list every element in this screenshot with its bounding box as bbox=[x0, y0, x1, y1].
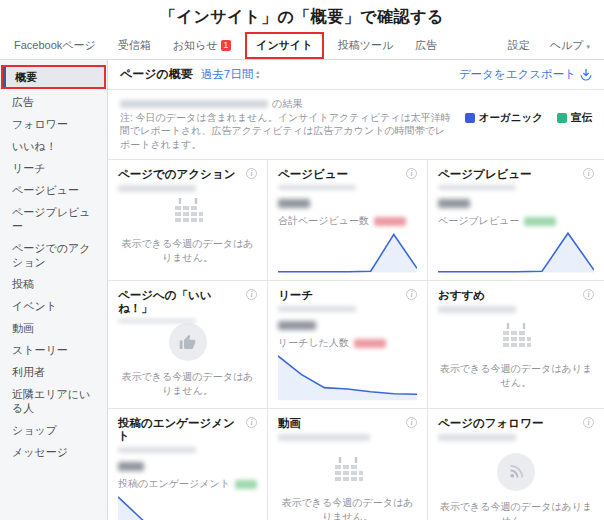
empty-message: 表示できる今週のデータはありません。 bbox=[118, 237, 257, 265]
note-result-suffix: の結果 bbox=[272, 98, 302, 109]
card-page-views[interactable]: ページビューi 合計ページビュー数 bbox=[268, 160, 427, 280]
sidebar-item-posts[interactable]: 投稿 bbox=[0, 273, 107, 295]
card-title: ページでのアクション bbox=[118, 168, 235, 181]
metric-label: 合計ページビュー数 bbox=[278, 214, 369, 228]
nav-item-inbox[interactable]: 受信箱 bbox=[118, 38, 151, 53]
blurred-metric-value bbox=[278, 199, 310, 208]
card-post-engagement[interactable]: 投稿のエンゲージメントi 投稿のエンゲージメント bbox=[108, 409, 267, 520]
sidebar-item-likes[interactable]: いいね！ bbox=[0, 135, 107, 157]
sidebar-item-actions-on-page[interactable]: ページでのアクション bbox=[0, 237, 107, 273]
sidebar-item-page-views[interactable]: ページビュー bbox=[0, 179, 107, 201]
card-page-followers[interactable]: ページのフォロワーi 表示できる今週のデータはありません。 bbox=[428, 409, 604, 520]
blurred-date-range bbox=[118, 185, 196, 192]
sidebar-item-reach[interactable]: リーチ bbox=[0, 157, 107, 179]
sparkline-chart bbox=[118, 491, 257, 520]
blurred-date-range bbox=[278, 434, 370, 441]
metric-label: ページプレビュー bbox=[438, 214, 519, 228]
nav-item-ads[interactable]: 広告 bbox=[415, 38, 437, 53]
card-title: ページへの「いいね！」 bbox=[118, 289, 246, 315]
nav-item-help-label: ヘルプ bbox=[550, 39, 584, 51]
blurred-page-name bbox=[120, 100, 268, 108]
blurred-percent-change bbox=[524, 217, 556, 226]
sidebar-item-ads[interactable]: 広告 bbox=[0, 91, 107, 113]
card-reach[interactable]: リーチi リーチした人数 bbox=[268, 281, 427, 408]
info-icon[interactable]: i bbox=[406, 168, 417, 179]
sidebar-item-followers[interactable]: フォロワー bbox=[0, 113, 107, 135]
empty-message: 表示できる今週のデータはありません。 bbox=[438, 500, 594, 520]
nav-item-notifications[interactable]: お知らせ1 bbox=[173, 38, 232, 53]
card-title: 動画 bbox=[278, 417, 301, 430]
sidebar-item-people[interactable]: 利用者 bbox=[0, 361, 107, 383]
sparkline-chart bbox=[278, 350, 417, 402]
empty-message: 表示できる今週のデータはありません。 bbox=[438, 362, 594, 390]
sidebar-item-videos[interactable]: 動画 bbox=[0, 317, 107, 339]
card-title: リーチ bbox=[278, 289, 313, 302]
card-title: ページビュー bbox=[278, 168, 348, 181]
info-icon[interactable]: i bbox=[406, 417, 417, 428]
nav-item-settings[interactable]: 設定 bbox=[508, 38, 530, 53]
nav-item-insights[interactable]: インサイト bbox=[245, 32, 323, 59]
blurred-date-range bbox=[438, 306, 516, 313]
blurred-date-range bbox=[278, 306, 356, 312]
chevron-down-icon: ▾ bbox=[586, 43, 590, 50]
nav-right-group: 設定 ヘルプ▾ bbox=[488, 38, 590, 53]
info-icon[interactable]: i bbox=[583, 289, 594, 300]
download-icon bbox=[580, 68, 592, 81]
blurred-date-range bbox=[438, 434, 516, 441]
sidebar-item-messages[interactable]: メッセージ bbox=[0, 441, 107, 463]
date-range-label: 過去7日間 bbox=[201, 67, 253, 82]
card-recommendations[interactable]: おすすめi 表示できる今週のデータはありません。 bbox=[428, 281, 604, 408]
metric-label: リーチした人数 bbox=[278, 336, 349, 350]
legend-item-organic: オーガニック bbox=[465, 111, 543, 125]
card-actions-on-page[interactable]: ページでのアクションi 表示できる今週のデータはありません。 bbox=[108, 160, 267, 280]
note-body: 注: 今日のデータは含まれません。インサイトアクティビティは太平洋時間でレポート… bbox=[120, 111, 453, 152]
date-range-selector[interactable]: 過去7日間▴▾ bbox=[201, 67, 259, 82]
sidebar-item-stories[interactable]: ストーリー bbox=[0, 339, 107, 361]
card-page-previews[interactable]: ページプレビューi ページプレビュー bbox=[428, 160, 604, 280]
notification-badge: 1 bbox=[221, 40, 232, 51]
nav-item-publishing-tools[interactable]: 投稿ツール bbox=[338, 38, 394, 53]
calendar-icon bbox=[331, 456, 365, 487]
blurred-metric-value bbox=[118, 462, 144, 471]
overview-cards-grid: ページでのアクションi 表示できる今週のデータはありません。 ページビューi 合… bbox=[108, 160, 604, 520]
top-nav: Facebookページ 受信箱 お知らせ1 インサイト 投稿ツール 広告 設定 … bbox=[0, 32, 604, 60]
sidebar-item-page-previews[interactable]: ページプレビュー bbox=[0, 201, 107, 237]
sparkline-chart bbox=[438, 228, 594, 274]
nav-item-notifications-label: お知らせ bbox=[173, 39, 218, 51]
info-icon[interactable]: i bbox=[406, 289, 417, 300]
sidebar-item-events[interactable]: イベント bbox=[0, 295, 107, 317]
sidebar-item-local[interactable]: 近隣エリアにいる人 bbox=[0, 383, 107, 419]
metric-label: 投稿のエンゲージメント bbox=[118, 477, 230, 491]
note-text: の結果 注: 今日のデータは含まれません。インサイトアクティビティは太平洋時間で… bbox=[120, 97, 453, 151]
note-bar: の結果 注: 今日のデータは含まれません。インサイトアクティビティは太平洋時間で… bbox=[108, 90, 604, 160]
sidebar-item-shop[interactable]: ショップ bbox=[0, 419, 107, 441]
export-data-button[interactable]: データをエクスポート bbox=[459, 67, 592, 82]
empty-message: 表示できる今週のデータはありません。 bbox=[118, 370, 257, 398]
sidebar: 概要 広告 フォロワー いいね！ リーチ ページビュー ページプレビュー ページ… bbox=[0, 60, 108, 520]
card-videos[interactable]: 動画i 表示できる今週のデータはありません。 bbox=[268, 409, 427, 520]
overview-header: ページの概要 過去7日間▴▾ データをエクスポート bbox=[108, 60, 604, 90]
nav-item-facebook-page[interactable]: Facebookページ bbox=[14, 38, 96, 53]
overview-title: ページの概要 bbox=[120, 66, 193, 83]
legend-label-organic: オーガニック bbox=[479, 111, 543, 125]
sparkline-chart bbox=[278, 228, 417, 274]
card-title: ページプレビュー bbox=[438, 168, 532, 181]
thumbs-up-icon bbox=[169, 323, 207, 361]
info-icon[interactable]: i bbox=[583, 417, 594, 428]
info-icon[interactable]: i bbox=[583, 168, 594, 179]
info-icon[interactable]: i bbox=[246, 168, 257, 179]
nav-item-help[interactable]: ヘルプ▾ bbox=[550, 38, 590, 53]
sidebar-item-overview[interactable]: 概要 bbox=[1, 65, 106, 89]
card-title: ページのフォロワー bbox=[438, 417, 543, 430]
card-page-likes[interactable]: ページへの「いいね！」i 表示できる今週のデータはありません。 bbox=[108, 281, 267, 408]
info-icon[interactable]: i bbox=[246, 289, 257, 300]
info-icon[interactable]: i bbox=[246, 417, 257, 428]
legend-label-paid: 宣伝 bbox=[571, 111, 592, 125]
export-data-label: データをエクスポート bbox=[459, 67, 576, 82]
chart-legend: オーガニック 宣伝 bbox=[465, 97, 592, 151]
legend-swatch-paid bbox=[557, 113, 567, 123]
blurred-date-range bbox=[118, 319, 196, 323]
rss-followers-icon bbox=[497, 453, 535, 491]
blurred-date-range bbox=[438, 185, 516, 190]
calendar-icon bbox=[171, 197, 205, 228]
